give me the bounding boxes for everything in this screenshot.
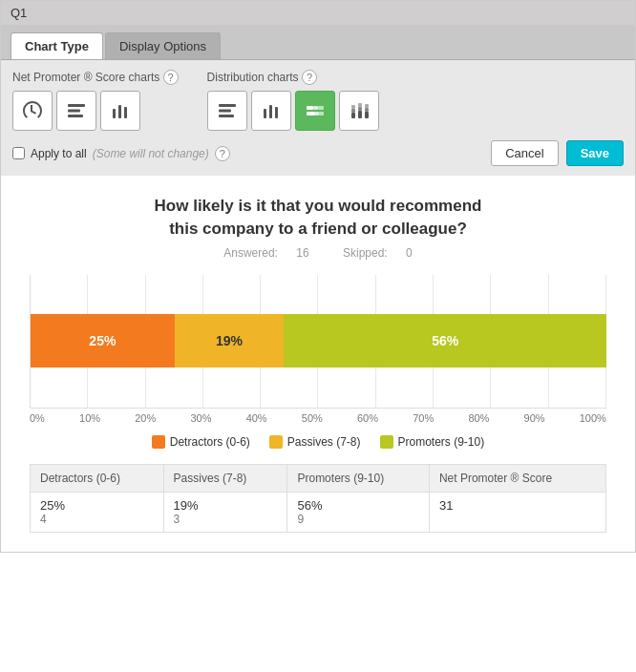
bar-detractors: 25% — [31, 314, 175, 368]
button-row: Cancel Save — [491, 140, 624, 166]
svg-rect-16 — [315, 112, 319, 116]
apply-label: Apply to all — [31, 147, 87, 160]
promoters-label: 56% — [432, 333, 458, 348]
stacked-vertical-icon — [348, 99, 371, 122]
dist-stacked-v-icon-btn[interactable] — [339, 91, 379, 131]
apply-help-icon[interactable]: ? — [215, 146, 230, 161]
svg-rect-2 — [68, 115, 83, 117]
th-passives: Passives (7-8) — [163, 464, 287, 492]
svg-rect-10 — [269, 105, 272, 118]
main-container: Q1 Chart Type Display Options Net Promot… — [0, 0, 636, 553]
svg-rect-19 — [351, 109, 355, 113]
passives-count: 3 — [174, 513, 278, 526]
svg-rect-26 — [365, 104, 369, 108]
table-header-row: Detractors (0-6) Passives (7-8) Promoter… — [31, 464, 606, 492]
nps-section: Net Promoter ® Score charts ? — [12, 70, 179, 131]
svg-rect-4 — [118, 105, 121, 118]
x-axis-90: 90% — [524, 412, 545, 424]
nps-help-icon[interactable]: ? — [163, 70, 179, 85]
x-axis-50: 50% — [302, 412, 323, 424]
tab-bar: Chart Type Display Options — [1, 25, 635, 59]
svg-rect-9 — [264, 109, 266, 118]
promoters-pct: 56% — [297, 498, 418, 513]
nps-hbar-icon-btn[interactable] — [56, 91, 96, 131]
gauge-icon — [21, 99, 44, 122]
svg-rect-3 — [113, 109, 116, 118]
apply-all-checkbox[interactable] — [12, 147, 25, 159]
td-promoters: 56% 9 — [287, 492, 429, 532]
legend-detractors: Detractors (0-6) — [152, 435, 250, 449]
save-button[interactable]: Save — [566, 140, 624, 166]
svg-rect-7 — [219, 110, 231, 113]
svg-rect-1 — [68, 110, 80, 113]
x-axis: 0% 10% 20% 30% 40% 50% 60% 70% 80% 90% 1… — [30, 409, 606, 428]
nps-vbar-icon-btn[interactable] — [100, 91, 140, 131]
cancel-button[interactable]: Cancel — [491, 140, 558, 166]
stacked-horizontal-icon — [304, 99, 327, 122]
passives-pct: 19% — [174, 498, 278, 513]
answered-label: Answered: 16 — [216, 246, 320, 260]
q1-label: Q1 — [11, 6, 27, 20]
q1-header: Q1 — [1, 1, 635, 25]
tab-chart-type[interactable]: Chart Type — [11, 32, 103, 59]
nps-value: 31 — [439, 498, 596, 513]
legend-passives-dot — [269, 435, 283, 449]
svg-rect-15 — [307, 112, 315, 116]
skipped-label: Skipped: 0 — [335, 246, 420, 260]
th-detractors: Detractors (0-6) — [31, 464, 164, 492]
svg-rect-20 — [351, 105, 355, 109]
bar-passives: 19% — [175, 314, 285, 368]
svg-rect-8 — [219, 115, 234, 117]
svg-rect-5 — [124, 107, 127, 118]
td-detractors: 25% 4 — [31, 492, 164, 532]
distribution-icons — [207, 91, 379, 131]
legend-passives-label: Passives (7-8) — [287, 435, 361, 449]
legend-detractors-dot — [152, 435, 165, 449]
apply-row: Apply to all (Some will not change) ? Ca… — [12, 140, 624, 166]
x-axis-10: 10% — [79, 412, 100, 424]
detractors-label: 25% — [89, 333, 116, 348]
x-axis-80: 80% — [468, 412, 489, 424]
detractors-pct: 25% — [40, 498, 154, 513]
nps-icons — [12, 91, 179, 131]
x-axis-40: 40% — [246, 412, 267, 424]
td-passives: 19% 3 — [163, 492, 287, 532]
chart-area: How likely is it that you would recommen… — [1, 176, 635, 552]
chart-legend: Detractors (0-6) Passives (7-8) Promoter… — [30, 435, 606, 449]
th-nps: Net Promoter ® Score — [429, 464, 605, 492]
legend-promoters: Promoters (9-10) — [380, 435, 485, 449]
passives-label: 19% — [216, 333, 243, 348]
tab-display-options[interactable]: Display Options — [105, 32, 221, 59]
legend-detractors-label: Detractors (0-6) — [170, 435, 250, 449]
td-nps: 31 — [429, 492, 605, 532]
legend-promoters-dot — [380, 435, 393, 449]
svg-rect-0 — [68, 104, 85, 107]
apply-sublabel: (Some will not change) — [93, 147, 209, 160]
distribution-section: Distribution charts ? — [207, 70, 379, 131]
dist-hbar2-icon-btn[interactable] — [207, 91, 247, 131]
svg-rect-12 — [307, 106, 313, 110]
bar-promoters: 56% — [284, 314, 606, 368]
bar-chart-grid: 25% 19% 56% — [30, 275, 606, 409]
dist-vertical-bars-icon — [260, 99, 283, 122]
nps-section-label: Net Promoter ® Score charts ? — [12, 70, 179, 85]
nps-gauge-icon-btn[interactable] — [12, 91, 53, 131]
promoters-count: 9 — [297, 513, 418, 526]
apply-left: Apply to all (Some will not change) ? — [12, 146, 230, 161]
chart-sections: Net Promoter ® Score charts ? — [12, 70, 624, 131]
svg-rect-25 — [365, 108, 369, 112]
svg-rect-23 — [358, 103, 362, 107]
bar-wrapper: 25% 19% 56% — [31, 314, 606, 368]
data-table: Detractors (0-6) Passives (7-8) Promoter… — [30, 464, 606, 533]
distribution-help-icon[interactable]: ? — [302, 70, 317, 85]
th-promoters: Promoters (9-10) — [287, 464, 429, 492]
svg-rect-21 — [358, 111, 362, 118]
dist-vbar2-icon-btn[interactable] — [251, 91, 291, 131]
x-axis-70: 70% — [413, 412, 434, 424]
options-panel: Net Promoter ® Score charts ? — [1, 59, 635, 176]
chart-meta: Answered: 16 Skipped: 0 — [20, 246, 616, 260]
table-row: 25% 4 19% 3 56% 9 31 — [31, 492, 606, 532]
dist-stacked-h-icon-btn[interactable] — [295, 91, 335, 131]
svg-rect-6 — [219, 104, 236, 107]
horizontal-bars-icon — [65, 99, 88, 122]
